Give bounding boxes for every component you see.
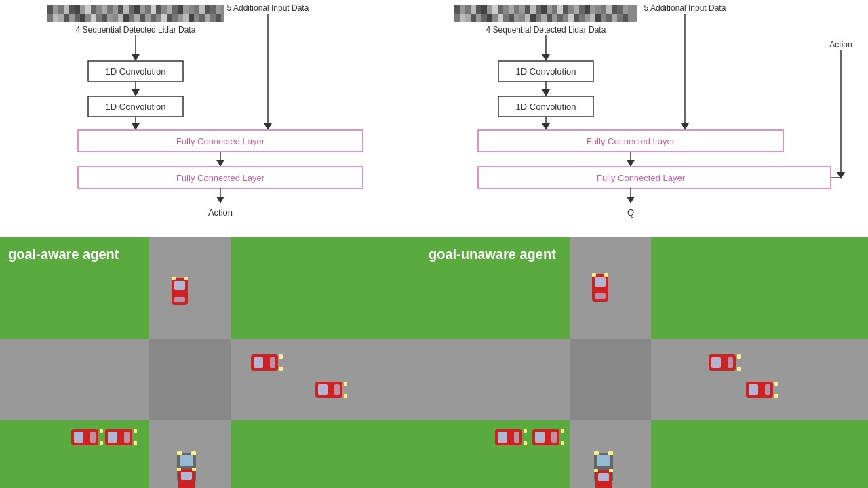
- svg-rect-229: [774, 394, 778, 398]
- svg-marker-66: [132, 54, 140, 61]
- svg-rect-46: [118, 14, 123, 22]
- svg-rect-166: [509, 14, 514, 22]
- svg-rect-181: [590, 14, 595, 22]
- svg-rect-167: [514, 14, 519, 22]
- svg-rect-138: [530, 5, 536, 14]
- right-agent-label: goal-unaware agent: [429, 247, 556, 262]
- svg-rect-241: [597, 455, 610, 466]
- svg-marker-192: [542, 89, 550, 96]
- svg-rect-174: [552, 14, 557, 22]
- svg-rect-121: [177, 468, 181, 471]
- svg-rect-7: [80, 5, 85, 14]
- svg-rect-132: [498, 5, 503, 14]
- svg-rect-182: [595, 14, 601, 22]
- svg-rect-91: [174, 297, 185, 302]
- svg-rect-13: [113, 5, 118, 14]
- svg-rect-219: [604, 273, 608, 277]
- svg-rect-173: [547, 14, 552, 22]
- svg-rect-14: [118, 5, 123, 14]
- svg-rect-184: [606, 14, 612, 22]
- svg-rect-61: [199, 14, 205, 22]
- right-fc2-label: Fully Connected Layer: [597, 173, 686, 183]
- svg-rect-54: [161, 14, 167, 22]
- svg-rect-232: [514, 432, 519, 443]
- svg-marker-206: [627, 197, 635, 203]
- car3: [315, 382, 347, 398]
- svg-rect-214: [651, 420, 868, 488]
- svg-rect-29: [199, 5, 205, 14]
- svg-rect-86: [231, 237, 420, 339]
- svg-rect-180: [585, 14, 590, 22]
- svg-rect-23: [167, 5, 172, 14]
- svg-rect-118: [191, 451, 196, 455]
- svg-rect-35: [58, 14, 64, 22]
- svg-rect-57: [178, 14, 183, 22]
- right-car3: [746, 382, 778, 398]
- svg-rect-108: [100, 441, 103, 445]
- svg-rect-42: [96, 14, 102, 22]
- svg-rect-228: [774, 382, 778, 386]
- right-panel: 4 Sequential Detected Lidar Data 1D Conv…: [420, 0, 868, 488]
- svg-rect-18: [140, 5, 145, 14]
- svg-rect-22: [161, 5, 167, 14]
- svg-rect-146: [574, 5, 579, 14]
- svg-rect-21: [156, 5, 161, 14]
- svg-rect-237: [551, 432, 557, 443]
- right-car-bottom: [594, 469, 613, 488]
- svg-rect-136: [519, 5, 525, 14]
- left-game-area: goal-aware agent: [0, 237, 420, 488]
- svg-rect-27: [189, 5, 194, 14]
- svg-rect-129: [481, 5, 487, 14]
- svg-rect-244: [608, 451, 613, 455]
- svg-rect-236: [535, 432, 545, 443]
- svg-rect-130: [487, 5, 492, 14]
- svg-rect-93: [184, 277, 188, 280]
- svg-marker-195: [542, 123, 550, 130]
- svg-rect-134: [509, 5, 514, 14]
- svg-rect-98: [279, 367, 283, 371]
- svg-rect-39: [80, 14, 85, 22]
- svg-rect-50: [140, 14, 145, 22]
- svg-rect-110: [108, 432, 117, 443]
- svg-rect-15: [123, 5, 129, 14]
- svg-rect-105: [74, 432, 83, 443]
- right-game-area: goal-unaware agent: [420, 237, 868, 488]
- car-bottom-left: [177, 468, 196, 488]
- car5: [105, 429, 137, 445]
- svg-marker-203: [627, 160, 635, 167]
- svg-marker-189: [542, 54, 550, 61]
- svg-rect-10: [96, 5, 102, 14]
- svg-rect-88: [231, 420, 420, 488]
- svg-rect-55: [167, 14, 172, 22]
- svg-rect-222: [728, 357, 733, 368]
- svg-rect-158: [465, 14, 471, 22]
- svg-rect-247: [594, 469, 598, 472]
- svg-rect-239: [561, 441, 564, 445]
- svg-rect-171: [536, 14, 541, 22]
- right-fc1-label: Fully Connected Layer: [587, 136, 675, 146]
- svg-rect-223: [737, 354, 741, 359]
- left-output-label: Action: [208, 207, 233, 218]
- svg-rect-100: [318, 384, 328, 395]
- svg-rect-101: [334, 384, 340, 395]
- svg-rect-163: [492, 14, 498, 22]
- svg-rect-165: [503, 14, 509, 22]
- right-additional-input-label: 5 Additional Input Data: [644, 3, 726, 13]
- svg-rect-3: [58, 5, 64, 14]
- svg-rect-63: [210, 14, 216, 22]
- svg-rect-178: [574, 14, 579, 22]
- svg-rect-234: [524, 441, 527, 445]
- svg-rect-58: [183, 14, 189, 22]
- svg-rect-117: [177, 451, 182, 455]
- svg-rect-11: [102, 5, 107, 14]
- svg-rect-131: [492, 5, 498, 14]
- svg-rect-155: [623, 5, 628, 14]
- right-action-input-label: Action: [829, 40, 852, 49]
- svg-rect-26: [183, 5, 189, 14]
- svg-rect-102: [344, 382, 347, 386]
- svg-rect-38: [75, 14, 80, 22]
- svg-rect-107: [100, 429, 103, 433]
- svg-rect-164: [498, 14, 503, 22]
- right-arch-svg: 4 Sequential Detected Lidar Data 1D Conv…: [420, 0, 868, 237]
- svg-rect-122: [192, 468, 196, 471]
